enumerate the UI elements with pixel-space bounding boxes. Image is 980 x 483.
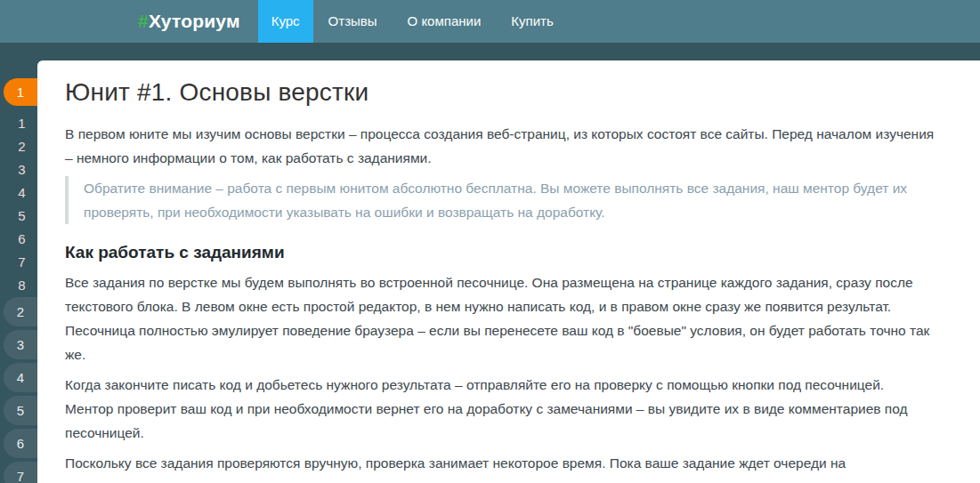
units-sidebar: 1 1 2 3 4 5 6 7 8 2 3 4 5 6 7 bbox=[0, 43, 37, 483]
nav-item-reviews[interactable]: Отзывы bbox=[313, 0, 393, 43]
paragraph-sandbox: Все задания по верстке мы будем выполнят… bbox=[65, 270, 935, 366]
nav-item-buy[interactable]: Купить bbox=[496, 0, 568, 43]
paragraph-review: Когда закончите писать код и добьетесь н… bbox=[65, 373, 935, 445]
content-card: Юнит #1. Основы верстки В первом юните м… bbox=[37, 60, 980, 483]
sidebar-unit-4[interactable]: 4 bbox=[4, 363, 37, 392]
nav-item-about[interactable]: О компании bbox=[393, 0, 497, 43]
sidebar-unit-5[interactable]: 5 bbox=[4, 396, 37, 425]
sidebar-unit-1-active[interactable]: 1 bbox=[4, 78, 37, 106]
page-body: 1 1 2 3 4 5 6 7 8 2 3 4 5 6 7 Юнит #1. О… bbox=[0, 43, 980, 483]
sidebar-lesson-4[interactable]: 4 bbox=[0, 181, 37, 205]
sidebar-lesson-7[interactable]: 7 bbox=[0, 251, 37, 274]
paragraph-queue: Поскольку все задания проверяются вручну… bbox=[65, 451, 935, 475]
section-subtitle: Как работать с заданиями bbox=[65, 243, 935, 262]
sidebar-lesson-6[interactable]: 6 bbox=[0, 228, 37, 251]
nav-item-course[interactable]: Курс bbox=[258, 0, 313, 43]
sidebar-lesson-2[interactable]: 2 bbox=[0, 135, 37, 158]
sidebar-unit-3[interactable]: 3 bbox=[4, 330, 37, 359]
sidebar-lesson-3[interactable]: 3 bbox=[0, 158, 37, 181]
sidebar-lesson-1[interactable]: 1 bbox=[0, 112, 37, 135]
intro-paragraph: В первом юните мы изучим основы верстки … bbox=[65, 122, 935, 170]
main-nav: Курс Отзывы О компании Купить bbox=[258, 0, 569, 43]
brand-logo[interactable]: #Хуториум bbox=[138, 11, 240, 32]
notice-blockquote: Обратите внимание – работа с первым юнит… bbox=[65, 176, 935, 224]
sidebar-unit-7[interactable]: 7 bbox=[4, 462, 37, 483]
page-title: Юнит #1. Основы верстки bbox=[65, 78, 935, 107]
brand-name: Хуториум bbox=[149, 11, 240, 31]
top-navbar: #Хуториум Курс Отзывы О компании Купить bbox=[0, 0, 980, 43]
brand-hash-icon: # bbox=[138, 11, 149, 31]
sidebar-lesson-8[interactable]: 8 bbox=[0, 274, 37, 297]
sidebar-unit-6[interactable]: 6 bbox=[4, 429, 37, 458]
sidebar-unit-2[interactable]: 2 bbox=[4, 297, 37, 326]
sidebar-lesson-5[interactable]: 5 bbox=[0, 205, 37, 228]
unit-lessons-list: 1 2 3 4 5 6 7 8 bbox=[0, 112, 37, 297]
